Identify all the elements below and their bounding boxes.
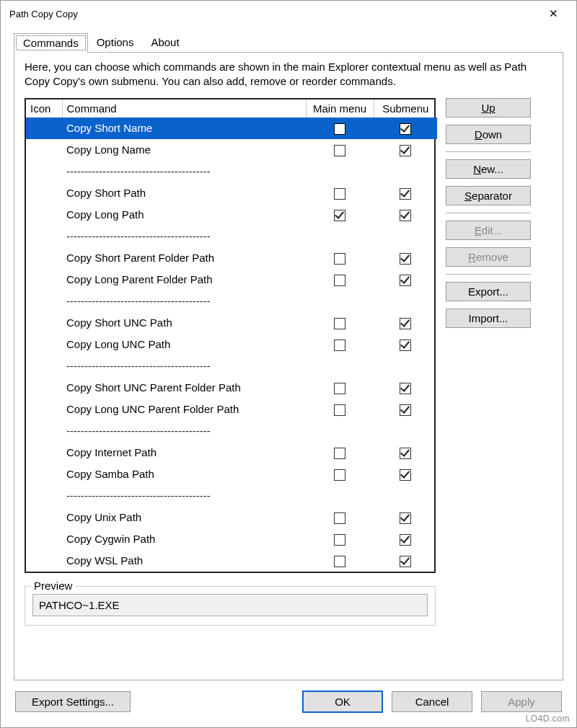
submenu-checkbox[interactable] [400,123,411,135]
preview-input [32,594,428,616]
remove-button[interactable]: Remove [446,247,531,267]
export-button[interactable]: Export... [446,282,531,301]
main-menu-checkbox[interactable] [334,556,345,567]
separator-label: ---------------------------------------- [62,355,306,377]
table-row[interactable]: Copy Short UNC Parent Folder Path [26,377,437,399]
separator-row[interactable]: ---------------------------------------- [26,161,437,182]
command-label: Copy Long UNC Parent Folder Path [62,399,306,420]
ok-button[interactable]: OK [302,691,383,713]
submenu-checkbox[interactable] [400,145,411,156]
separator-row[interactable]: ---------------------------------------- [26,420,437,442]
main-menu-checkbox[interactable] [334,145,345,156]
commands-table[interactable]: Icon Command Main menu Submenu Copy Shor… [25,98,436,573]
main-menu-checkbox[interactable] [334,469,345,481]
main-menu-checkbox[interactable] [334,383,345,394]
table-row[interactable]: Copy Short UNC Path [26,312,437,334]
separator-row[interactable]: ---------------------------------------- [26,226,437,247]
main-menu-checkbox[interactable] [334,123,345,135]
preview-legend: Preview [31,580,75,592]
command-label: Copy Short Parent Folder Path [62,247,306,269]
side-divider [446,274,531,275]
command-label: Copy Unix Path [62,507,306,528]
tab-panel-commands: Here, you can choose which commands are … [14,52,563,680]
titlebar: Path Copy Copy ✕ [1,1,576,27]
table-row[interactable]: Copy Long Name [26,139,437,161]
bottom-bar: Export Settings... OK Cancel Apply [1,680,576,727]
table-row[interactable]: Copy Long Path [26,204,437,226]
command-label: Copy Long UNC Path [62,334,306,355]
separator-row[interactable]: ---------------------------------------- [26,355,437,377]
submenu-checkbox[interactable] [400,469,411,481]
up-button[interactable]: Up [446,98,531,117]
col-header-submenu[interactable]: Submenu [374,99,437,117]
command-label: Copy Short UNC Path [62,312,306,334]
main-row: Icon Command Main menu Submenu Copy Shor… [25,98,552,573]
main-menu-checkbox[interactable] [334,512,345,524]
window-title: Path Copy Copy [9,9,78,19]
side-buttons: Up Down New... Separator Edit... Remove … [446,98,531,573]
table-row[interactable]: Copy Unix Path [26,507,437,528]
edit-button[interactable]: Edit... [446,221,531,240]
main-menu-checkbox[interactable] [334,448,345,459]
submenu-checkbox[interactable] [400,253,411,265]
separator-row[interactable]: ---------------------------------------- [26,485,437,507]
window: Path Copy Copy ✕ CommandsOptionsAbout He… [0,0,577,728]
import-button[interactable]: Import... [446,308,531,328]
col-header-command[interactable]: Command [62,99,306,117]
col-header-icon[interactable]: Icon [26,99,62,117]
cancel-button[interactable]: Cancel [392,691,472,712]
table-row[interactable]: Copy Short Name [26,117,437,139]
submenu-checkbox[interactable] [400,404,411,416]
submenu-checkbox[interactable] [400,512,411,524]
table-row[interactable]: Copy Internet Path [26,442,437,463]
new-button[interactable]: New... [446,159,531,179]
separator-label: ---------------------------------------- [62,226,306,247]
submenu-checkbox[interactable] [400,383,411,394]
export-settings-button[interactable]: Export Settings... [15,691,131,712]
submenu-checkbox[interactable] [400,275,411,286]
command-label: Copy Long Path [62,204,306,226]
submenu-checkbox[interactable] [400,556,411,567]
command-label: Copy Cygwin Path [62,528,306,550]
col-header-main-menu[interactable]: Main menu [306,99,374,117]
command-label: Copy WSL Path [62,550,306,572]
table-row[interactable]: Copy WSL Path [26,550,437,572]
main-menu-checkbox[interactable] [334,404,345,416]
submenu-checkbox[interactable] [400,318,411,329]
table-row[interactable]: Copy Long UNC Path [26,334,437,355]
side-divider [446,151,531,152]
command-label: Copy Long Name [62,139,306,161]
close-icon[interactable]: ✕ [539,7,568,20]
command-label: Copy Short Name [62,117,306,139]
down-button[interactable]: Down [446,125,531,144]
main-menu-checkbox[interactable] [334,275,345,286]
tab-about[interactable]: About [142,33,188,53]
main-menu-checkbox[interactable] [334,534,345,546]
submenu-checkbox[interactable] [400,188,411,200]
main-menu-checkbox[interactable] [334,318,345,329]
separator-button[interactable]: Separator [446,186,531,205]
table-row[interactable]: Copy Cygwin Path [26,528,437,550]
separator-row[interactable]: ---------------------------------------- [26,290,437,312]
side-divider [446,213,531,213]
main-menu-checkbox[interactable] [334,253,345,265]
tab-options[interactable]: Options [88,33,143,53]
table-row[interactable]: Copy Short Parent Folder Path [26,247,437,269]
description-text: Here, you can choose which commands are … [25,60,552,89]
submenu-checkbox[interactable] [400,534,411,546]
table-row[interactable]: Copy Long Parent Folder Path [26,269,437,290]
submenu-checkbox[interactable] [400,339,411,351]
table-row[interactable]: Copy Samba Path [26,463,437,485]
table-row[interactable]: Copy Short Path [26,182,437,204]
separator-label: ---------------------------------------- [62,485,306,507]
submenu-checkbox[interactable] [400,210,411,221]
main-menu-checkbox[interactable] [334,188,345,200]
main-menu-checkbox[interactable] [334,339,345,351]
table-row[interactable]: Copy Long UNC Parent Folder Path [26,399,437,420]
watermark: LO4D.com [526,714,570,724]
command-label: Copy Short UNC Parent Folder Path [62,377,306,399]
main-menu-checkbox[interactable] [334,210,345,221]
submenu-checkbox[interactable] [400,448,411,459]
apply-button[interactable]: Apply [481,691,562,712]
tab-commands[interactable]: Commands [14,33,88,53]
